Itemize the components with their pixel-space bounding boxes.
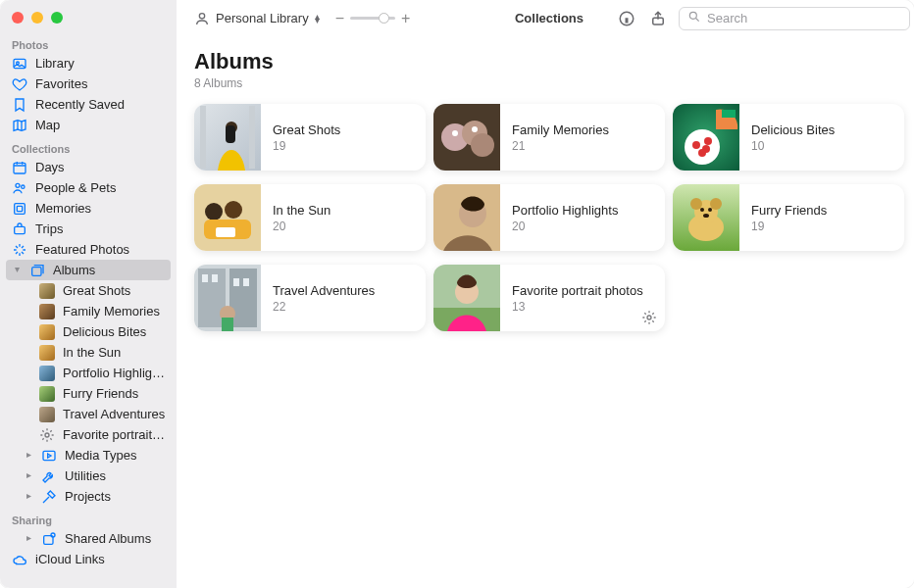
- sidebar-item-featured-photos[interactable]: Featured Photos: [0, 239, 177, 260]
- album-meta: In the Sun 20: [261, 203, 342, 233]
- sidebar-item-map[interactable]: Map: [0, 115, 177, 135]
- chevron-down-icon[interactable]: ▾: [12, 264, 22, 274]
- svg-point-49: [703, 214, 709, 218]
- svg-rect-54: [212, 274, 218, 282]
- album-card[interactable]: Favorite portrait photos 13: [433, 265, 665, 331]
- minimize-window-button[interactable]: [31, 12, 43, 24]
- album-card[interactable]: Family Memories 21: [433, 104, 665, 171]
- album-thumbnail-icon: [39, 304, 55, 319]
- album-count: 10: [751, 139, 835, 153]
- sidebar-item-media-types[interactable]: ▸ Media Types: [0, 445, 177, 466]
- album-cover-thumbnail: [433, 104, 500, 171]
- share-button[interactable]: [647, 8, 669, 29]
- svg-rect-55: [233, 278, 239, 286]
- album-card[interactable]: Travel Adventures 22: [194, 265, 426, 331]
- people-icon: [12, 180, 27, 196]
- svg-point-16: [689, 12, 696, 19]
- svg-point-30: [692, 141, 700, 149]
- zoom-knob[interactable]: [379, 13, 389, 24]
- sidebar-album-great-shots[interactable]: Great Shots: [0, 280, 177, 301]
- album-cover-thumbnail: [194, 104, 261, 171]
- sidebar-item-people-pets[interactable]: People & Pets: [0, 177, 177, 198]
- main-content: Personal Library ▴▾ − + Collections Albu…: [177, 0, 914, 588]
- sidebar-item-label: In the Sun: [63, 345, 167, 360]
- svg-point-26: [452, 130, 458, 136]
- chevron-right-icon[interactable]: ▸: [24, 469, 33, 480]
- sidebar-item-library[interactable]: Library: [0, 53, 177, 74]
- hammer-icon: [41, 489, 57, 505]
- svg-point-32: [698, 149, 706, 157]
- album-meta: Furry Friends 19: [739, 203, 838, 233]
- sidebar-item-label: Trips: [35, 221, 167, 236]
- sidebar-item-favorites[interactable]: Favorites: [0, 74, 177, 94]
- sidebar-item-memories[interactable]: Memories: [0, 198, 177, 219]
- close-window-button[interactable]: [12, 12, 24, 24]
- library-dropdown[interactable]: Personal Library ▴▾: [188, 9, 326, 28]
- zoom-plus-icon[interactable]: +: [401, 10, 410, 27]
- album-cover-thumbnail: [194, 265, 261, 331]
- sidebar-item-recently-saved[interactable]: Recently Saved: [0, 94, 177, 115]
- sidebar-item-shared-albums[interactable]: ▸ Shared Albums: [0, 528, 177, 549]
- fullscreen-window-button[interactable]: [51, 12, 63, 24]
- svg-point-47: [700, 208, 704, 212]
- svg-point-36: [205, 203, 223, 220]
- smart-album-gear-icon: [641, 310, 657, 325]
- shared-album-icon: [41, 531, 57, 547]
- sidebar-album-travel-adventures[interactable]: Travel Adventures: [0, 404, 177, 424]
- sidebar-album-portfolio-highlights[interactable]: Portfolio Highlights: [0, 363, 177, 383]
- search-field[interactable]: [679, 7, 910, 30]
- updown-chevron-icon: ▴▾: [315, 14, 320, 24]
- person-crop-icon: [194, 11, 210, 26]
- album-thumbnail-icon: [39, 386, 55, 402]
- calendar-icon: [12, 160, 27, 175]
- svg-rect-19: [249, 106, 255, 169]
- album-card[interactable]: In the Sun 20: [194, 184, 426, 251]
- sidebar-item-label: People & Pets: [35, 180, 167, 195]
- sidebar-item-utilities[interactable]: ▸ Utilities: [0, 466, 177, 486]
- svg-rect-34: [722, 110, 736, 118]
- album-meta: Favorite portrait photos 13: [500, 283, 655, 314]
- chevron-right-icon[interactable]: ▸: [24, 532, 33, 543]
- zoom-track[interactable]: [350, 17, 395, 20]
- sidebar-item-label: Memories: [35, 201, 167, 216]
- sidebar-item-label: Media Types: [65, 448, 167, 463]
- content-area: Albums 8 Albums Great Shots 19 Family Me…: [177, 37, 914, 343]
- sidebar-item-days[interactable]: Days: [0, 157, 177, 177]
- album-count: 20: [512, 220, 618, 233]
- suitcase-icon: [12, 221, 27, 237]
- album-card[interactable]: Portfolio Highlights 20: [433, 184, 665, 251]
- album-name: Favorite portrait photos: [512, 283, 643, 298]
- sidebar-item-label: Featured Photos: [35, 242, 167, 257]
- sidebar-album-in-the-sun[interactable]: In the Sun: [0, 342, 177, 363]
- sidebar-item-trips[interactable]: Trips: [0, 219, 177, 239]
- album-card[interactable]: Delicious Bites 10: [673, 104, 904, 171]
- sidebar-item-albums[interactable]: ▾ Albums: [6, 260, 171, 280]
- sidebar-album-favorite-portrait[interactable]: Favorite portrait photos: [0, 424, 177, 445]
- album-name: Delicious Bites: [751, 122, 835, 137]
- chevron-right-icon[interactable]: ▸: [24, 449, 33, 460]
- library-dropdown-label: Personal Library: [216, 11, 309, 25]
- album-card[interactable]: Furry Friends 19: [673, 184, 904, 251]
- zoom-minus-icon[interactable]: −: [335, 10, 344, 27]
- search-input[interactable]: [707, 11, 901, 25]
- info-button[interactable]: [616, 8, 637, 29]
- sidebar-album-furry-friends[interactable]: Furry Friends: [0, 383, 177, 404]
- sidebar-item-icloud-links[interactable]: iCloud Links: [0, 549, 177, 569]
- sidebar-item-label: Delicious Bites: [63, 324, 167, 339]
- album-thumbnail-icon: [39, 324, 55, 340]
- album-card[interactable]: Great Shots 19: [194, 104, 426, 171]
- album-name: Furry Friends: [751, 203, 827, 218]
- album-cover-thumbnail: [673, 184, 739, 251]
- zoom-slider[interactable]: − +: [335, 10, 411, 27]
- toolbar: Personal Library ▴▾ − + Collections: [177, 0, 914, 37]
- album-meta: Delicious Bites 10: [739, 122, 846, 153]
- sidebar-item-projects[interactable]: ▸ Projects: [0, 486, 177, 507]
- sidebar-album-delicious-bites[interactable]: Delicious Bites: [0, 321, 177, 342]
- svg-rect-53: [202, 274, 208, 282]
- sidebar-section-collections: Collections: [0, 135, 177, 157]
- sidebar-album-family-memories[interactable]: Family Memories: [0, 301, 177, 321]
- memories-icon: [12, 201, 27, 217]
- svg-rect-56: [243, 278, 249, 286]
- window-controls: [0, 0, 177, 31]
- chevron-right-icon[interactable]: ▸: [24, 490, 33, 501]
